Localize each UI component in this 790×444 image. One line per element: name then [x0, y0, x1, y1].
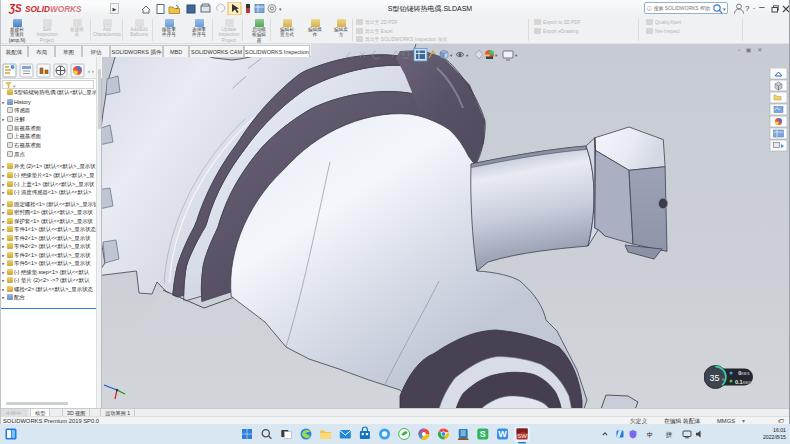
- svg-text:S: S: [480, 429, 486, 439]
- svg-text:拼: 拼: [666, 431, 673, 438]
- svg-text:▾: ▾: [515, 53, 518, 58]
- svg-text:▾: ▾: [450, 53, 453, 58]
- svg-text:▾: ▾: [723, 6, 726, 12]
- svg-text:中: 中: [647, 431, 654, 438]
- svg-text:35: 35: [709, 373, 719, 383]
- svg-text:ƷS: ƷS: [8, 3, 22, 14]
- svg-text:▾: ▾: [466, 53, 469, 58]
- svg-text:W: W: [498, 429, 507, 439]
- svg-text:‹ ›: ‹ ›: [88, 68, 94, 74]
- svg-text:▾: ▾: [279, 6, 282, 12]
- svg-text:%: %: [722, 377, 726, 382]
- svg-text:SW: SW: [517, 433, 527, 439]
- svg-text:SOLIDWORKS: SOLIDWORKS: [25, 5, 82, 14]
- svg-text:▾: ▾: [495, 53, 498, 58]
